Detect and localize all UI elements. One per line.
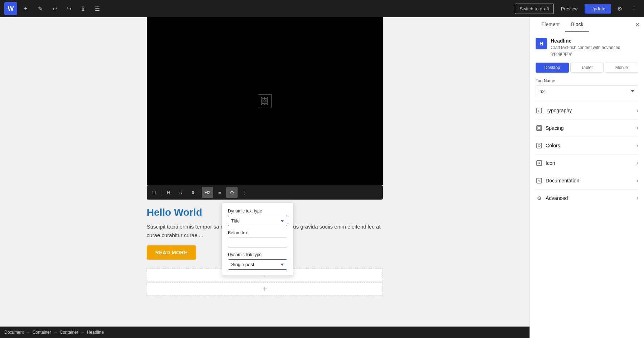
advanced-title: Advanced: [546, 195, 568, 201]
tab-block[interactable]: Block: [565, 17, 589, 32]
h2-tag-button[interactable]: H2: [202, 187, 213, 198]
before-text-label: Before text: [228, 230, 287, 235]
breadcrumb-document[interactable]: Document: [4, 330, 24, 335]
svg-point-7: [538, 162, 540, 164]
breadcrumb: Document → Container → Container → Headl…: [0, 327, 530, 338]
icon-title: Icon: [546, 160, 555, 166]
list-view-button[interactable]: ☰: [92, 3, 103, 14]
link-type-label: Dynamic link type: [228, 252, 287, 257]
block-toolbar: ☐ H ⠿ ⬍ H2 ≡ ⊙ ⋮ Dynamic text type Title…: [147, 185, 383, 200]
select-button[interactable]: ☐: [148, 187, 160, 198]
documentation-icon: ?: [536, 177, 543, 184]
advanced-panel: ⚙ Advanced ›: [536, 189, 638, 207]
dynamic-popup: Dynamic text type Title Before text Dyna…: [222, 202, 293, 276]
add-block-button[interactable]: +: [20, 3, 31, 14]
colors-panel-header[interactable]: Colors ›: [536, 137, 638, 154]
right-sidebar: Element Block ✕ H Headline Craft text-ri…: [530, 17, 644, 338]
main-layout: 🖼 ☐ H ⠿ ⬍ H2 ≡ ⊙ ⋮ Dynamic text type Tit…: [0, 17, 644, 338]
block-info-text: Headline Craft text-rich content with ad…: [551, 38, 638, 57]
redo-button[interactable]: ↪: [63, 3, 74, 14]
spacing-header-left: Spacing: [536, 124, 564, 132]
settings-button[interactable]: ⚙: [614, 3, 625, 14]
breadcrumb-sep-3: →: [80, 330, 85, 335]
colors-chevron: ›: [637, 143, 638, 148]
typography-panel: T Typography ›: [536, 102, 638, 119]
align-button[interactable]: ≡: [214, 187, 225, 198]
toolbar-left: W + ✎ ↩ ↪ ℹ ☰: [4, 2, 512, 15]
svg-text:T: T: [538, 109, 540, 113]
breadcrumb-headline[interactable]: Headline: [87, 330, 104, 335]
advanced-header-left: ⚙ Advanced: [536, 195, 568, 202]
canvas-inner: 🖼 ☐ H ⠿ ⬍ H2 ≡ ⊙ ⋮ Dynamic text type Tit…: [0, 17, 530, 310]
responsive-tabs: Desktop Tablet Mobile: [536, 63, 638, 73]
tablet-tab[interactable]: Tablet: [570, 63, 604, 73]
top-toolbar: W + ✎ ↩ ↪ ℹ ☰ Switch to draft Preview Up…: [0, 0, 644, 17]
advanced-icon: ⚙: [536, 195, 543, 202]
desktop-tab[interactable]: Desktop: [536, 63, 569, 73]
edit-button[interactable]: ✎: [34, 3, 46, 14]
read-more-button[interactable]: READ MORE: [147, 245, 196, 260]
icon-panel: Icon ›: [536, 154, 638, 172]
tag-name-select[interactable]: h2 h1 h3 h4 h5 h6 p div: [536, 85, 638, 97]
image-placeholder-icon: 🖼: [258, 94, 272, 108]
dynamic-link-type-select[interactable]: Single post: [228, 259, 287, 270]
svg-rect-2: [537, 126, 542, 131]
move-updown-button[interactable]: ⬍: [187, 187, 199, 198]
breadcrumb-container-2[interactable]: Container: [60, 330, 78, 335]
spacing-chevron: ›: [637, 126, 638, 131]
block-title: Headline: [551, 38, 638, 44]
preview-button[interactable]: Preview: [557, 4, 582, 14]
info-button[interactable]: ℹ: [77, 3, 89, 14]
svg-rect-3: [538, 127, 541, 129]
svg-rect-4: [537, 143, 542, 148]
sidebar-close-button[interactable]: ✕: [635, 21, 640, 28]
canvas-area[interactable]: 🖼 ☐ H ⠿ ⬍ H2 ≡ ⊙ ⋮ Dynamic text type Tit…: [0, 17, 530, 338]
icon-panel-header[interactable]: Icon ›: [536, 155, 638, 172]
typography-title: Typography: [546, 108, 572, 113]
add-block-row-2[interactable]: +: [147, 283, 383, 295]
breadcrumb-container-1[interactable]: Container: [33, 330, 51, 335]
tag-name-section: Tag Name h2 h1 h3 h4 h5 h6 p div: [536, 78, 638, 97]
colors-panel: Colors ›: [536, 137, 638, 154]
spacing-title: Spacing: [546, 125, 564, 131]
documentation-header-left: ? Documentation: [536, 177, 579, 184]
breadcrumb-sep-2: →: [53, 330, 58, 335]
block-info: H Headline Craft text-rich content with …: [536, 38, 638, 57]
documentation-title: Documentation: [546, 178, 579, 183]
spacing-panel-header[interactable]: Spacing ›: [536, 119, 638, 137]
icon-chevron: ›: [637, 161, 638, 166]
documentation-chevron: ›: [637, 178, 638, 183]
drag-handle-button[interactable]: ⠿: [175, 187, 186, 198]
dynamic-text-type-select[interactable]: Title: [228, 216, 287, 226]
mobile-tab[interactable]: Mobile: [605, 63, 638, 73]
toolbar-separator-2: [200, 189, 200, 196]
headline-type-button[interactable]: H: [163, 187, 174, 198]
typography-header-left: T Typography: [536, 107, 572, 114]
sidebar-content: H Headline Craft text-rich content with …: [530, 32, 644, 338]
icon-panel-icon: [536, 160, 543, 167]
tab-element[interactable]: Element: [536, 17, 565, 32]
advanced-panel-header[interactable]: ⚙ Advanced ›: [536, 190, 638, 207]
svg-point-5: [538, 144, 540, 147]
undo-button[interactable]: ↩: [49, 3, 60, 14]
wp-logo[interactable]: W: [4, 2, 17, 15]
more-block-options-button[interactable]: ⋮: [238, 187, 250, 198]
switch-draft-button[interactable]: Switch to draft: [515, 4, 553, 14]
toolbar-separator-1: [161, 189, 161, 196]
update-button[interactable]: Update: [585, 4, 611, 14]
block-icon: H: [536, 38, 547, 49]
colors-title: Colors: [546, 143, 560, 148]
spacing-panel: Spacing ›: [536, 119, 638, 137]
image-block[interactable]: 🖼: [147, 17, 383, 185]
icon-header-left: Icon: [536, 160, 555, 167]
colors-header-left: Colors: [536, 142, 560, 149]
colors-icon: [536, 142, 543, 149]
more-options-button[interactable]: ⋮: [628, 3, 640, 14]
typography-chevron: ›: [637, 108, 638, 113]
spacing-icon: [536, 124, 543, 132]
documentation-panel-header[interactable]: ? Documentation ›: [536, 172, 638, 189]
before-text-input[interactable]: [228, 237, 287, 248]
typography-icon: T: [536, 107, 543, 114]
typography-panel-header[interactable]: T Typography ›: [536, 102, 638, 119]
dynamic-content-button[interactable]: ⊙: [226, 187, 238, 198]
